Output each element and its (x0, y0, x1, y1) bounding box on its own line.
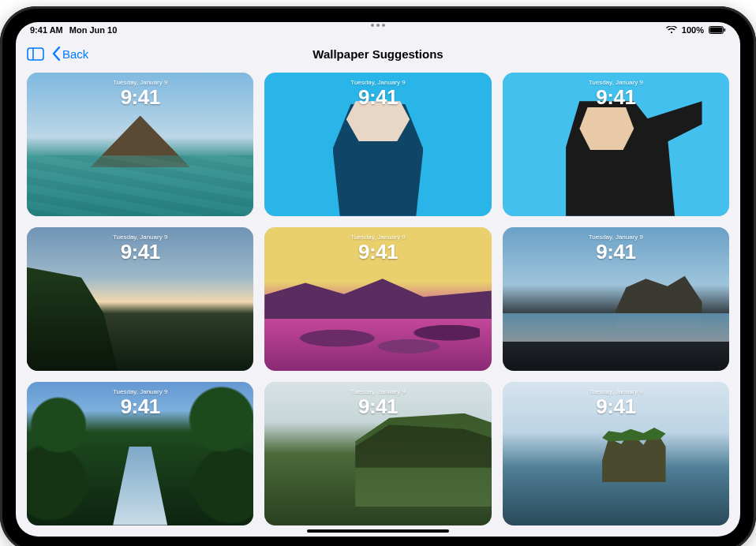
chevron-left-icon (52, 47, 61, 61)
preview-date: Tuesday, January 9 (503, 79, 729, 86)
status-date: Mon Jun 10 (69, 25, 118, 35)
wallpaper-tile-portrait-a[interactable]: Tuesday, January 99:41 (264, 73, 491, 216)
status-time: 9:41 AM (30, 25, 63, 35)
preview-time: 9:41 (27, 241, 253, 262)
wallpaper-grid-container: Tuesday, January 99:41Tuesday, January 9… (16, 69, 740, 537)
wallpaper-tile-jungle[interactable]: Tuesday, January 99:41 (27, 382, 253, 525)
preview-date: Tuesday, January 9 (264, 388, 491, 395)
preview-date: Tuesday, January 9 (264, 79, 491, 86)
lockscreen-preview-overlay: Tuesday, January 99:41 (27, 388, 253, 417)
back-label: Back (62, 47, 88, 61)
preview-time: 9:41 (27, 396, 253, 417)
home-indicator[interactable] (307, 529, 449, 533)
svg-rect-3 (28, 48, 43, 60)
preview-date: Tuesday, January 9 (264, 234, 491, 241)
preview-time: 9:41 (503, 396, 729, 417)
multitask-indicator-icon[interactable] (371, 24, 385, 27)
wallpaper-tile-seastack[interactable]: Tuesday, January 99:41 (503, 382, 729, 525)
preview-time: 9:41 (27, 87, 253, 107)
battery-icon (709, 26, 726, 34)
preview-time: 9:41 (264, 87, 491, 107)
svg-rect-2 (724, 28, 726, 32)
preview-date: Tuesday, January 9 (27, 79, 253, 86)
ipad-frame: 9:41 AM Mon Jun 10 100% (0, 6, 756, 546)
wallpaper-tile-duocoast[interactable]: Tuesday, January 99:41 (264, 227, 491, 371)
battery-percent: 100% (682, 25, 704, 35)
wallpaper-tile-portrait-b[interactable]: Tuesday, January 99:41 (503, 73, 729, 216)
screen: 9:41 AM Mon Jun 10 100% (16, 22, 740, 537)
lockscreen-preview-overlay: Tuesday, January 99:41 (503, 388, 729, 417)
wallpaper-tile-blacksand[interactable]: Tuesday, January 99:41 (503, 227, 729, 371)
lockscreen-preview-overlay: Tuesday, January 99:41 (503, 79, 729, 107)
wallpaper-tile-cliff-sunset[interactable]: Tuesday, January 99:41 (27, 227, 253, 371)
preview-time: 9:41 (264, 241, 491, 262)
svg-rect-1 (710, 28, 723, 33)
wallpaper-tile-highland[interactable]: Tuesday, January 99:41 (264, 382, 491, 525)
wifi-icon (666, 26, 677, 34)
page-title: Wallpaper Suggestions (313, 47, 443, 61)
preview-time: 9:41 (503, 87, 729, 107)
preview-time: 9:41 (503, 241, 729, 262)
preview-date: Tuesday, January 9 (27, 234, 253, 241)
lockscreen-preview-overlay: Tuesday, January 99:41 (27, 234, 253, 262)
lockscreen-preview-overlay: Tuesday, January 99:41 (503, 234, 729, 262)
preview-date: Tuesday, January 9 (503, 388, 729, 395)
preview-time: 9:41 (264, 396, 491, 417)
back-button[interactable]: Back (52, 47, 88, 61)
wallpaper-tile-volcano[interactable]: Tuesday, January 99:41 (27, 73, 253, 216)
preview-date: Tuesday, January 9 (27, 388, 253, 395)
lockscreen-preview-overlay: Tuesday, January 99:41 (27, 79, 253, 107)
lockscreen-preview-overlay: Tuesday, January 99:41 (264, 388, 491, 417)
wallpaper-grid: Tuesday, January 99:41Tuesday, January 9… (27, 73, 729, 525)
lockscreen-preview-overlay: Tuesday, January 99:41 (264, 79, 491, 107)
nav-bar: Back Wallpaper Suggestions (16, 38, 740, 69)
preview-date: Tuesday, January 9 (503, 234, 729, 241)
sidebar-toggle-button[interactable] (27, 47, 44, 61)
lockscreen-preview-overlay: Tuesday, January 99:41 (264, 234, 491, 262)
